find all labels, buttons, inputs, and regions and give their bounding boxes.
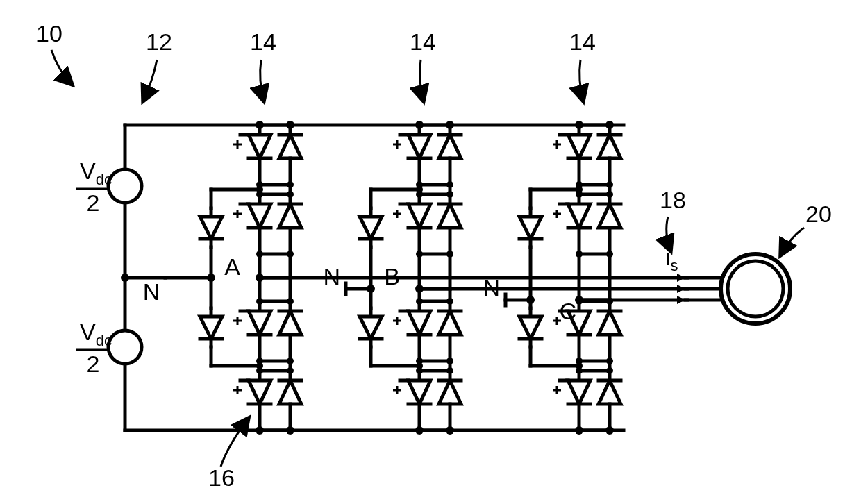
svg-point-95 [526,296,535,304]
svg-text:20: 20 [805,201,832,227]
svg-point-99 [415,121,424,129]
svg-text:2: 2 [87,351,100,377]
svg-point-104 [286,426,294,435]
neutral-label-left: N [143,278,160,305]
ref-14-c: 14 [569,28,596,101]
svg-point-98 [286,121,294,129]
circuit-diagram: N Vdc 2 Vdc 2 [0,0,861,504]
ref-14-a: 14 [250,28,276,101]
svg-point-103 [256,426,264,435]
neutral-label-b: N [323,263,340,289]
svg-point-108 [605,426,614,435]
svg-point-100 [446,121,454,129]
svg-point-87 [576,186,583,193]
svg-text:is: is [665,244,678,274]
svg-text:Vdc: Vdc [80,319,112,349]
motor-icon [721,254,790,324]
svg-point-53 [207,274,215,282]
svg-point-97 [256,121,264,129]
svg-point-101 [575,121,583,129]
svg-point-107 [575,426,583,435]
svg-text:18: 18 [660,187,686,213]
svg-point-51 [256,362,263,369]
svg-point-106 [446,426,454,435]
phase-a-label: A [224,253,240,280]
svg-point-71 [416,362,423,369]
svg-text:14: 14 [250,28,276,55]
svg-text:Vdc: Vdc [80,158,112,188]
ref-12: 12 [143,28,172,101]
vdc-top-label: Vdc 2 [76,158,112,216]
svg-point-74 [367,285,375,293]
svg-text:2: 2 [87,190,100,216]
svg-text:10: 10 [36,20,62,47]
svg-point-114 [728,261,783,317]
svg-text:12: 12 [146,28,172,55]
ref-18: 18 [660,187,686,251]
phase-b-label: B [384,263,400,289]
svg-point-66 [416,186,423,193]
svg-point-25 [108,169,142,203]
svg-point-28 [121,274,129,282]
svg-point-46 [256,186,263,193]
svg-text:14: 14 [569,28,596,55]
svg-point-26 [108,330,142,364]
is-label: is [665,244,678,274]
svg-point-105 [415,426,424,435]
svg-text:14: 14 [410,28,436,55]
vdc-bottom-label: Vdc 2 [76,319,112,377]
neutral-label-c: N [483,274,500,301]
svg-point-92 [576,362,583,369]
ref-20: 20 [780,201,832,255]
ref-10: 10 [36,20,72,85]
ref-14-b: 14 [410,28,436,101]
svg-point-102 [605,121,614,129]
phase-c-label: C [559,298,576,324]
svg-text:16: 16 [208,464,235,491]
